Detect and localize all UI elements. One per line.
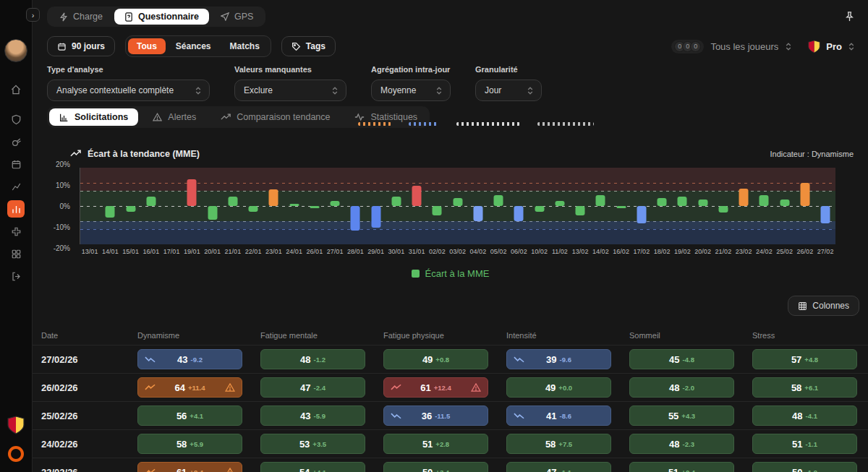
legend-fragment xyxy=(358,122,391,126)
chart-bar[interactable] xyxy=(555,201,564,206)
chart-bar[interactable] xyxy=(658,198,667,206)
chart-bar[interactable] xyxy=(106,206,115,218)
segment-seances[interactable]: Séances xyxy=(167,38,220,54)
tags-button[interactable]: Tags xyxy=(281,36,336,56)
chart-bar[interactable] xyxy=(616,206,626,208)
select-value: Moyenne xyxy=(380,85,416,95)
type-analyse-select[interactable]: Analyse contextuelle complète xyxy=(47,80,210,101)
sidebar-item-apps[interactable] xyxy=(7,245,25,262)
chart-bar[interactable] xyxy=(146,197,156,206)
chart-bar[interactable] xyxy=(208,206,217,220)
tab-alertes[interactable]: Alertes xyxy=(142,108,206,126)
table-column-header: Stress xyxy=(752,331,868,340)
chart-bar[interactable] xyxy=(331,201,340,206)
metric-cell: 49+0.8 xyxy=(383,349,488,369)
chart-bars xyxy=(80,168,835,244)
tab-questionnaire[interactable]: Questionnaire xyxy=(114,9,209,25)
chart-bar[interactable] xyxy=(637,206,646,223)
sidebar-item-shield[interactable] xyxy=(7,111,25,128)
sidebar-item-analytics[interactable] xyxy=(7,200,25,218)
players-select[interactable]: 0 0 0 Tous les joueurs xyxy=(671,40,792,53)
table-row[interactable]: 26/02/2664+11.447-2.461+12.449+0.048-2.0… xyxy=(33,373,868,401)
tab-gps-label: GPS xyxy=(234,12,253,22)
team-select[interactable]: Pro xyxy=(808,40,855,53)
chart-bar[interactable] xyxy=(433,206,442,215)
metric-value: 51 xyxy=(792,439,802,450)
chart-bar[interactable] xyxy=(351,206,360,231)
chart-bar[interactable] xyxy=(535,206,544,212)
table-body: 27/02/2643-9.248-1.249+0.839-9.645-4.857… xyxy=(33,345,868,472)
chart-bar[interactable] xyxy=(698,199,707,206)
x-tick-label: 19/01 xyxy=(182,248,202,257)
valeurs-manquantes-select[interactable]: Exclure xyxy=(234,80,346,101)
filter-label: Agrégation intra-jour xyxy=(371,65,451,74)
tab-solicitations[interactable]: Solicitations xyxy=(49,108,138,126)
chart-bar[interactable] xyxy=(514,206,524,221)
chart-bar-slot xyxy=(427,168,447,244)
chart-bar[interactable] xyxy=(780,199,789,206)
bar-chart-icon xyxy=(59,113,69,122)
session-type-segments: Tous Séances Matchs xyxy=(125,35,271,57)
sidebar-item-trends[interactable] xyxy=(7,178,25,195)
sidebar-item-health[interactable] xyxy=(7,223,25,240)
tab-gps[interactable]: GPS xyxy=(210,9,263,25)
sidebar-expand-button[interactable]: › xyxy=(26,8,40,22)
chart-bar[interactable] xyxy=(249,206,258,212)
sidebar-item-calendar[interactable] xyxy=(7,155,25,173)
chart-bar[interactable] xyxy=(126,206,135,212)
metric-delta: +5.9 xyxy=(190,440,203,448)
tab-charge[interactable]: Charge xyxy=(49,9,113,25)
tab-comparaison-tendance[interactable]: Comparaison tendance xyxy=(210,108,340,126)
table-column-header: Fatigue mentale xyxy=(260,331,383,340)
chart-bar[interactable] xyxy=(412,186,422,206)
chart-bar[interactable] xyxy=(228,197,237,206)
chart-bar[interactable] xyxy=(289,204,299,206)
chart-bar[interactable] xyxy=(473,206,482,221)
chart-bar[interactable] xyxy=(391,197,401,206)
chart-bar-slot xyxy=(366,168,386,244)
chart-bar[interactable] xyxy=(310,206,319,208)
chart-bar-slot xyxy=(795,168,815,244)
sidebar-item-exit[interactable] xyxy=(7,267,25,285)
chart-bar[interactable] xyxy=(739,189,749,206)
chart-bar[interactable] xyxy=(800,183,809,206)
x-tick-label: 13/01 xyxy=(80,248,100,257)
chart-bar[interactable] xyxy=(187,179,197,206)
metric-value: 50 xyxy=(792,467,802,472)
table-row[interactable]: 24/02/2658+5.953+3.551+2.858+7.548-2.351… xyxy=(33,429,868,458)
colonnes-button[interactable]: Colonnes xyxy=(788,296,859,316)
chart-bar[interactable] xyxy=(678,197,687,206)
x-tick-label: 20/02 xyxy=(693,248,713,257)
chart-bar[interactable] xyxy=(760,195,769,206)
chart-bar-slot xyxy=(570,168,590,244)
sidebar-item-sessions[interactable] xyxy=(7,133,25,150)
user-avatar[interactable] xyxy=(4,39,27,62)
chart-bar-slot xyxy=(815,168,835,244)
colonnes-button-label: Colonnes xyxy=(812,301,849,311)
table-row[interactable]: 27/02/2643-9.248-1.249+0.839-9.645-4.857… xyxy=(33,345,868,373)
chart-legend[interactable]: Écart à la MME xyxy=(33,268,868,279)
granularite-select[interactable]: Jour xyxy=(475,80,542,101)
table-row[interactable]: 25/02/2656+4.143-5.936-11.541-8.655+4.34… xyxy=(33,401,868,429)
chart-bar[interactable] xyxy=(821,206,830,223)
chart-bar[interactable] xyxy=(494,195,503,206)
chart-bar[interactable] xyxy=(596,195,605,206)
chart-bar[interactable] xyxy=(718,206,728,213)
agregation-select[interactable]: Moyenne xyxy=(371,80,451,101)
metric-delta: +9.4 xyxy=(190,468,203,472)
metric-delta: +0.4 xyxy=(681,468,695,472)
sidebar-item-home[interactable] xyxy=(7,81,25,98)
pin-icon[interactable] xyxy=(844,11,855,22)
filter-label: Valeurs manquantes xyxy=(234,65,346,74)
segment-matchs[interactable]: Matchs xyxy=(221,38,268,54)
segment-tous[interactable]: Tous xyxy=(128,38,166,54)
metric-value: 39 xyxy=(546,354,556,365)
chart-bar[interactable] xyxy=(371,206,380,228)
table-row[interactable]: 23/02/2661+9.454+4.150+3.447-1.151+0.450… xyxy=(33,458,868,472)
metric-value: 61 xyxy=(176,467,187,472)
chart-bar[interactable] xyxy=(576,206,585,215)
chart-bar[interactable] xyxy=(269,189,278,206)
metric-cell: 48-2.0 xyxy=(629,377,734,398)
period-button[interactable]: 90 jours xyxy=(47,36,115,56)
chart-bar[interactable] xyxy=(453,198,462,206)
